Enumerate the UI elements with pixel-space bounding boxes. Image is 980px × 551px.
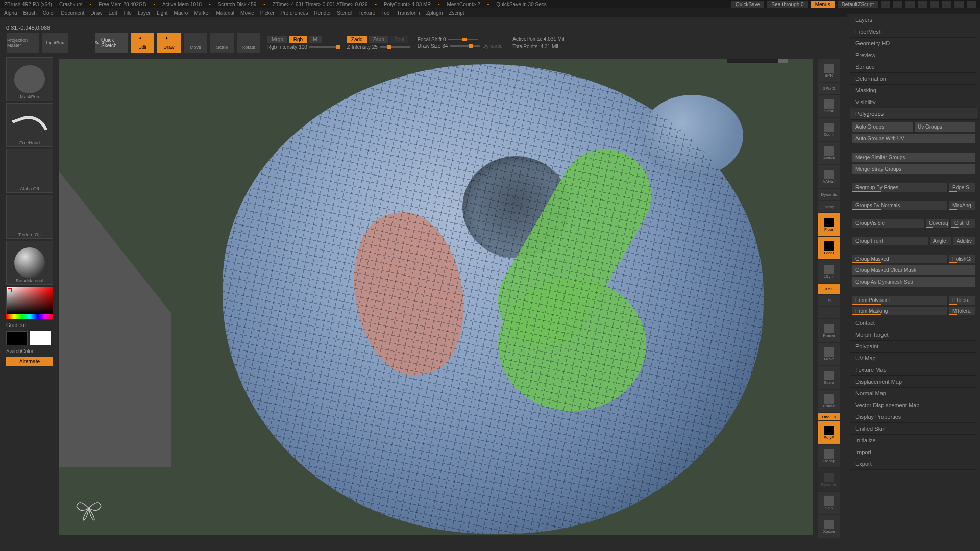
menu-item[interactable]: Color	[43, 10, 55, 16]
panel-section[interactable]: Morph Target	[850, 329, 977, 341]
merge-similar-button[interactable]: Merge Similar Groups	[852, 153, 975, 162]
move-button[interactable]: Move	[818, 343, 840, 365]
scale-button[interactable]: Scale	[818, 366, 840, 389]
scale-mode-button[interactable]: Scale	[210, 33, 234, 53]
panel-section[interactable]: Visibility	[850, 96, 977, 108]
window-icon[interactable]	[930, 1, 939, 8]
stroke-selector[interactable]: FreeHand	[6, 103, 53, 147]
panel-section[interactable]: UV Map	[850, 353, 977, 364]
m-button[interactable]: M	[309, 36, 321, 43]
menu-item[interactable]: Texture	[358, 10, 375, 16]
frame-button[interactable]: Frame	[818, 319, 840, 342]
panel-section[interactable]: Unified Skin	[850, 423, 977, 435]
menu-item[interactable]: Draw	[90, 10, 102, 16]
menu-item[interactable]: Document	[61, 10, 85, 16]
rgb-button[interactable]: Rgb	[289, 36, 307, 43]
menu-item[interactable]: Preferences	[281, 10, 308, 16]
axis-button[interactable]: ⟲	[818, 295, 840, 306]
rgb-intensity-slider[interactable]	[309, 46, 340, 48]
switch-color-button[interactable]: SwitchColor	[6, 347, 53, 355]
cluster-slider[interactable]: Clstr 0.	[951, 219, 975, 228]
menus-button[interactable]: Menus	[811, 1, 835, 8]
xpose-button[interactable]: Xpose	[818, 515, 840, 538]
group-visible-button[interactable]: GroupVisible	[852, 219, 924, 228]
window-icon[interactable]	[881, 1, 890, 8]
coverage-slider[interactable]: Coverag	[926, 219, 949, 228]
window-icon[interactable]	[905, 1, 915, 8]
group-dynamesh-button[interactable]: Group As Dynamesh Sub	[852, 277, 975, 287]
edit-mode-button[interactable]: ✦Edit	[131, 33, 154, 53]
rotate-button[interactable]: Rotate	[818, 390, 840, 412]
menu-item[interactable]: Material	[216, 10, 235, 16]
edge-slider[interactable]: Edge S	[949, 183, 975, 192]
group-front-button[interactable]: Group Front	[852, 237, 928, 245]
menu-item[interactable]: Tool	[381, 10, 390, 16]
menu-item[interactable]: File	[124, 10, 132, 16]
menu-item[interactable]: Brush	[23, 10, 37, 16]
menu-item[interactable]: Macro	[174, 10, 188, 16]
aahalf-button[interactable]: AAHalf	[818, 165, 840, 188]
mtolerance-slider[interactable]: MTolera	[949, 307, 975, 315]
lightbox-button[interactable]: LightBox	[42, 33, 68, 53]
menu-item[interactable]: Marker	[194, 10, 210, 16]
panel-section[interactable]: Displacement Map	[850, 376, 977, 388]
maximize-icon[interactable]	[954, 1, 964, 8]
panel-section[interactable]: Preview	[850, 49, 977, 61]
menu-item[interactable]: Edit	[109, 10, 117, 16]
material-selector[interactable]: BasicMaterial	[6, 241, 53, 285]
panel-section[interactable]: Masking	[850, 85, 977, 96]
scroll-button[interactable]: Scroll	[818, 95, 840, 117]
close-icon[interactable]	[967, 1, 976, 8]
viewport-scrollbar[interactable]	[727, 59, 788, 63]
ptolerance-slider[interactable]: PTolera	[949, 296, 975, 305]
zsub-button[interactable]: Zsub	[369, 36, 388, 43]
panel-section[interactable]: Export	[850, 458, 977, 470]
window-icon[interactable]	[918, 1, 927, 8]
quicksave-button[interactable]: QuickSave	[731, 1, 764, 8]
panel-section[interactable]: Import	[850, 446, 977, 458]
angle-slider[interactable]: Angle	[930, 237, 951, 245]
swatch-primary[interactable]	[30, 331, 51, 345]
group-masked-button[interactable]: Group Masked	[852, 255, 947, 263]
axis-button[interactable]: ⊕	[818, 307, 840, 318]
zadd-button[interactable]: Zadd	[347, 36, 367, 43]
panel-section[interactable]: Contact	[850, 317, 977, 329]
menu-item[interactable]: Picker	[260, 10, 275, 16]
brush-selector[interactable]: MaskPen	[6, 57, 53, 101]
mrgb-button[interactable]: Mrgb	[267, 36, 287, 43]
swatch-secondary[interactable]	[6, 331, 28, 345]
from-masking-button[interactable]: From Masking	[852, 307, 947, 315]
local-button[interactable]: Local	[818, 237, 840, 259]
gradient-toggle[interactable]: Gradient	[6, 321, 53, 329]
color-picker[interactable]	[6, 287, 53, 314]
draw-size-slider[interactable]	[450, 45, 480, 47]
script-button[interactable]: DefaultZScript	[838, 1, 878, 8]
auto-groups-uv-button[interactable]: Auto Groups With UV	[852, 134, 975, 143]
linefill-button[interactable]: Line Fill	[818, 413, 840, 420]
additive-toggle[interactable]: Additiv	[953, 237, 975, 245]
panel-section[interactable]: Normal Map	[850, 388, 977, 399]
menu-item[interactable]: Movie	[240, 10, 254, 16]
menu-item[interactable]: Transform	[397, 10, 420, 16]
minimize-icon[interactable]	[942, 1, 951, 8]
focal-shift-slider[interactable]	[448, 39, 478, 40]
xyz-button[interactable]: XYZ	[818, 284, 840, 294]
dynamic-button[interactable]: Dynamic	[818, 468, 840, 491]
seethrough-slider[interactable]: See-through 0	[767, 1, 807, 8]
auto-groups-button[interactable]: Auto Groups	[852, 122, 913, 132]
menu-item[interactable]: Zplugin	[426, 10, 443, 16]
quick-sketch-button[interactable]: ✎ Quick Sketch	[95, 33, 128, 53]
panel-section[interactable]: Deformation	[850, 73, 977, 85]
polish-slider[interactable]: PolishGr	[949, 255, 975, 263]
regroup-edges-button[interactable]: Regroup By Edges	[852, 183, 947, 192]
draw-mode-button[interactable]: ✦Draw	[157, 33, 181, 53]
bpr-button[interactable]: BPR	[818, 59, 840, 82]
persp-button[interactable]: Persp	[818, 201, 840, 212]
solo-button[interactable]: Solo	[818, 492, 840, 514]
polygroups-header[interactable]: Polygroups	[850, 108, 977, 120]
merge-stray-button[interactable]: Merge Stray Groups	[852, 164, 975, 174]
from-polypaint-button[interactable]: From Polypaint	[852, 296, 947, 305]
lsym-button[interactable]: LSym	[818, 260, 840, 283]
zcut-button[interactable]: Zcut	[390, 36, 408, 43]
hue-strip[interactable]	[6, 314, 53, 319]
